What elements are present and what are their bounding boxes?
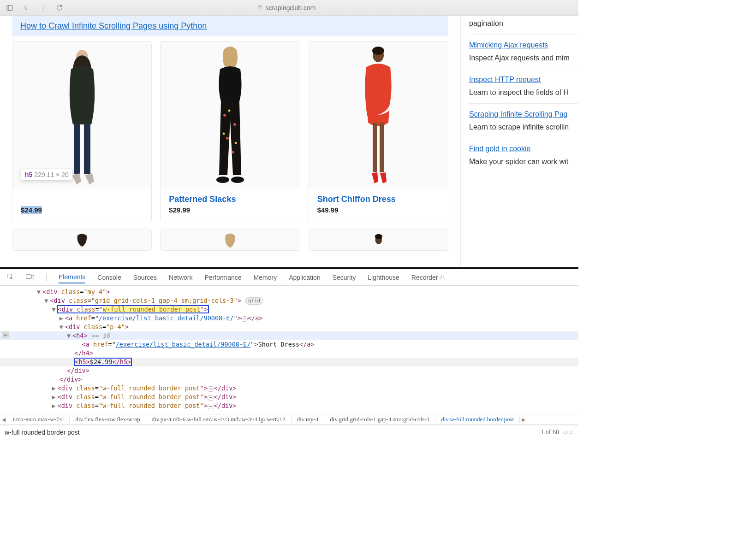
sidebar-toggle-icon[interactable] [6,4,14,12]
svg-point-10 [232,151,234,153]
search-prev-button[interactable] [563,431,568,434]
svg-point-8 [233,123,236,126]
svg-rect-26 [32,275,34,279]
product-price: $29.99 [169,206,291,214]
tab-memory[interactable]: Memory [254,272,277,283]
back-icon[interactable] [22,4,30,12]
product-grid-row-2 [0,222,460,251]
sidebar-link[interactable]: Scraping Infinite Scrolling Pag [469,110,578,118]
svg-point-12 [222,133,225,135]
inspector-tooltip: h5229.11 × 20 [21,169,73,181]
search-next-button[interactable] [569,431,573,434]
crumb-seg[interactable]: div.grid.grid-cols-1.gap-4.sm\:grid-cols… [324,416,435,423]
product-image: h5229.11 × 20 [12,41,151,189]
breadcrumb[interactable]: ◀ r.mx-auto.max-w-7xl div.flex.flex-row.… [0,414,578,425]
svg-point-13 [234,142,237,144]
product-title[interactable]: Patterned Slacks [169,195,291,204]
tooltip-dims: 229.11 × 20 [34,171,68,178]
url-host: scrapingclub.com [266,4,316,12]
sidebar-desc: Inspect Ajax requests and mim [469,54,578,62]
svg-point-23 [375,234,382,239]
product-grid: h5229.11 × 20 x $24.99 [0,41,460,222]
sidebar-link[interactable]: Find gold in cookie [469,145,578,153]
tab-recorder[interactable]: Recorder [411,272,446,283]
address-bar[interactable]: scrapingclub.com [72,4,500,12]
svg-rect-19 [380,123,384,172]
tab-security[interactable]: Security [333,272,356,283]
tab-console[interactable]: Console [97,272,121,283]
sidebar-item: Mimicking Ajax requests Inspect Ajax req… [469,35,578,69]
product-card[interactable]: Short Chiffon Dress $49.99 [309,41,448,222]
product-card[interactable]: h5229.11 × 20 x $24.99 [12,41,152,222]
crumb-seg[interactable]: r.mx-auto.max-w-7xl [7,416,70,423]
search-input[interactable] [5,429,537,436]
sidebar-item: pagination [469,16,578,35]
sidebar: pagination Mimicking Ajax requests Inspe… [460,16,578,267]
product-card[interactable] [160,229,300,251]
sidebar-desc: Make your spider can work wit [469,158,578,166]
sidebar-item: Inspect HTTP request Learn to inspect th… [469,69,578,104]
sidebar-link[interactable]: Inspect HTTP request [469,76,578,84]
svg-rect-2 [258,6,261,9]
tab-sources[interactable]: Sources [133,272,157,283]
dom-tree[interactable]: ▼<div class="my-4"> ▼<div class="grid gr… [0,286,578,414]
tooltip-tag: h5 [25,171,32,178]
svg-rect-25 [26,274,32,278]
product-image [161,41,299,189]
element-picker-icon[interactable] [6,273,14,282]
svg-point-11 [228,110,230,112]
sidebar-link[interactable]: Mimicking Ajax requests [469,41,578,49]
svg-rect-18 [373,123,377,172]
search-count: 1 of 60 [541,429,559,436]
crumb-seg[interactable]: div.w-full.rounded.border.post [435,416,520,423]
tab-elements[interactable]: Elements [59,271,85,283]
overflow-icon[interactable]: ⋯ [2,331,9,338]
svg-point-17 [372,47,384,55]
product-price: $24.99 [21,206,42,214]
svg-point-14 [216,177,229,183]
svg-rect-4 [74,124,80,174]
sidebar-item: Find gold in cookie Make your spider can… [469,138,578,172]
tab-lighthouse[interactable]: Lighthouse [368,272,399,283]
devtools-tabs: Elements Console Sources Network Perform… [0,269,578,286]
tab-network[interactable]: Network [169,272,192,283]
crumb-seg[interactable]: div.flex.flex-row.flex-wrap [70,416,146,423]
svg-point-9 [226,137,229,140]
beaker-icon [440,274,445,281]
product-title[interactable]: Short Chiffon Dress [317,195,440,204]
product-card[interactable] [309,229,448,251]
svg-rect-5 [84,124,90,174]
sidebar-desc: Learn to inspect the fields of H [469,88,578,97]
product-card[interactable] [12,229,152,251]
forward-icon[interactable] [39,4,47,12]
svg-point-15 [231,177,244,183]
product-price: $49.99 [317,206,440,214]
chevron-left-icon[interactable]: ◀ [0,417,7,423]
chevron-right-icon[interactable]: ▶ [520,417,527,423]
tab-performance[interactable]: Performance [204,272,241,283]
svg-point-7 [223,114,226,117]
banner-link[interactable]: How to Crawl Infinite Scrolling Pages us… [20,21,207,30]
lock-icon [256,4,263,12]
devtools-search: 1 of 60 [0,425,578,439]
device-toggle-icon[interactable] [26,274,34,282]
browser-toolbar: scrapingclub.com [0,0,578,16]
devtools-panel: Elements Console Sources Network Perform… [0,267,578,439]
tab-application[interactable]: Application [289,272,321,283]
reload-icon[interactable] [55,4,64,12]
product-image [309,41,448,189]
sidebar-desc: Learn to scrape infinite scrollin [469,123,578,131]
product-card[interactable]: Patterned Slacks $29.99 [160,41,300,222]
svg-rect-0 [7,5,12,10]
crumb-seg[interactable]: div.my-4 [292,416,324,423]
crumb-seg[interactable]: div.px-4.mb-6.w-full.sm\:w-2\/3.md\:w-3\… [146,416,292,423]
sidebar-item: Scraping Infinite Scrolling Pag Learn to… [469,104,578,138]
tutorial-banner: How to Crawl Infinite Scrolling Pages us… [12,16,448,36]
